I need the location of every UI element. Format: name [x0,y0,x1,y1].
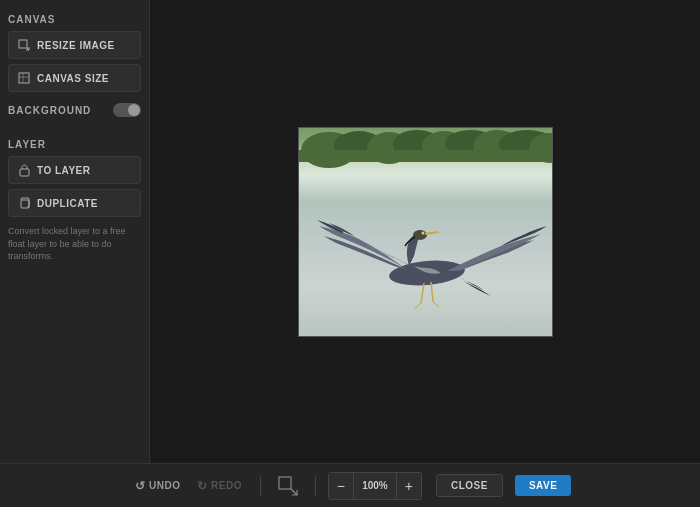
zoom-out-button[interactable]: − [329,473,353,499]
hint-text: Convert locked layer to a free float lay… [8,225,141,263]
undo-label: UNDO [149,480,180,491]
redo-button[interactable]: ↻ REDO [191,475,248,497]
svg-rect-2 [19,73,29,83]
canvas-area [150,0,700,463]
redo-icon: ↻ [197,479,208,493]
save-label: SAVE [529,480,558,491]
lock-icon [17,163,31,177]
image-container [298,127,553,337]
background-label: BACKGROUND [8,105,91,116]
canvas-size-icon [17,71,31,85]
duplicate-label: DUPLICATE [37,198,98,209]
layer-section: LAYER TO LAYER DUPLICATE [8,135,141,263]
background-row: BACKGROUND [8,103,141,117]
zoom-in-button[interactable]: + [397,473,421,499]
zoom-display: 100% [353,473,397,499]
canvas-size-label: CANVAS SIZE [37,73,109,84]
undo-icon: ↺ [135,479,146,493]
save-button[interactable]: SAVE [515,475,572,496]
resize-image-label: RESIZE IMAGE [37,40,115,51]
duplicate-button[interactable]: DUPLICATE [8,189,141,217]
canvas-size-button[interactable]: CANVAS SIZE [8,64,141,92]
svg-point-23 [413,230,427,240]
sidebar: CANVAS RESIZE IMAGE CANVAS SIZE [0,0,150,463]
svg-line-31 [291,489,297,495]
close-button[interactable]: CLOSE [436,474,503,497]
resize-toolbar-icon [277,475,299,497]
toolbar: ↺ UNDO ↻ REDO − 100% + CLOSE SAVE [0,463,700,507]
resize-image-button[interactable]: RESIZE IMAGE [8,31,141,59]
background-toggle[interactable] [113,103,141,117]
divider-1 [260,476,261,496]
redo-label: REDO [211,480,242,491]
svg-point-25 [421,231,424,234]
divider-2 [315,476,316,496]
svg-rect-17 [299,150,553,162]
canvas-section-title: CANVAS [8,14,141,25]
duplicate-icon [17,196,31,210]
zoom-group: − 100% + [328,472,422,500]
main-area: CANVAS RESIZE IMAGE CANVAS SIZE [0,0,700,463]
to-layer-label: TO LAYER [37,165,90,176]
layer-section-title: LAYER [8,139,141,150]
close-label: CLOSE [451,480,488,491]
svg-rect-30 [279,477,291,489]
svg-rect-5 [20,169,29,176]
resize-icon [17,38,31,52]
heron-image [299,128,553,337]
undo-button[interactable]: ↺ UNDO [129,475,187,497]
to-layer-button[interactable]: TO LAYER [8,156,141,184]
undo-redo-group: ↺ UNDO ↻ REDO [129,475,248,497]
svg-rect-0 [19,40,27,48]
